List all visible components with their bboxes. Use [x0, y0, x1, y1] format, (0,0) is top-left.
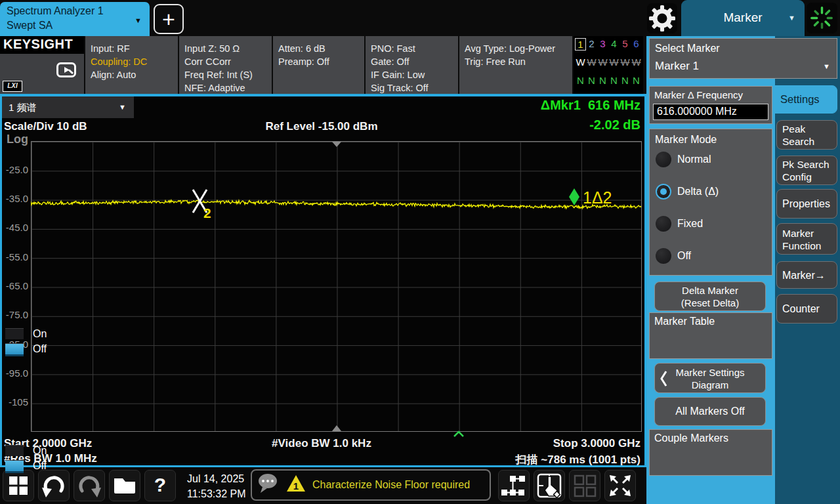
trace-type: W [631, 56, 642, 68]
redo-button[interactable] [74, 470, 105, 501]
trace-detector: N [586, 75, 597, 86]
tab-pk-search-config[interactable]: Pk Search Config [776, 156, 837, 185]
lxi-logo: LXI [3, 81, 22, 92]
status-column-input[interactable]: Input: RF Coupling: DC Align: Auto [85, 36, 178, 94]
button-line: All Markers Off [675, 406, 745, 417]
touch-mode-button[interactable] [534, 470, 565, 501]
alert-text: Characterize Noise Floor required [312, 479, 470, 491]
tab-peak-search[interactable]: Peak Search [776, 120, 837, 150]
video-bw-readout[interactable]: #Video BW 1.0 kHz [217, 437, 427, 450]
delta-marker-reset-button[interactable]: Delta Marker (Reset Delta) [654, 282, 766, 311]
trace-detector: N [631, 75, 642, 86]
status-column-impedance[interactable]: Input Z: 50 Ω Corr CCorr Freq Ref: Int (… [179, 36, 272, 94]
marker-settings-diagram-button[interactable]: Marker Settings Diagram [654, 363, 766, 393]
trace-4-indicator: 4 [608, 38, 620, 51]
trace-detector: N [575, 75, 586, 86]
tab-marker-function[interactable]: Marker Function [776, 223, 837, 255]
status-column-atten[interactable]: Atten: 6 dB Preamp: Off [273, 36, 364, 94]
status-line: Trig: Free Run [465, 55, 572, 68]
couple-markers-on-option[interactable]: On [5, 444, 117, 457]
tab-settings[interactable]: Settings [774, 85, 837, 114]
button-line: (Reset Delta) [655, 297, 765, 309]
clock-display[interactable]: Jul 14, 2025 11:53:32 PM [187, 471, 246, 501]
system-settings-button[interactable] [647, 3, 677, 33]
tab-counter[interactable]: Counter [776, 294, 837, 324]
marker-table-off-option[interactable]: Off [5, 343, 117, 355]
status-line: Input: RF [91, 42, 178, 55]
delta-marker-freq-readout[interactable]: ΔMkr1 616 MHz [427, 98, 640, 113]
alert-message-bar[interactable]: 1 Characterize Noise Floor required [251, 469, 491, 501]
window-layout-button[interactable] [569, 470, 600, 501]
scale-div-readout[interactable]: Scale/Div 10 dB [4, 120, 87, 133]
trace-1-line [31, 200, 641, 209]
radio-icon [656, 152, 671, 167]
tab-label: Marker→ [782, 270, 826, 281]
chevron-down-icon: ▼ [823, 62, 830, 70]
radio-normal[interactable]: Normal [656, 150, 767, 169]
windows-logo-icon [3, 492, 33, 503]
marker-position-caret-icon [454, 432, 463, 436]
radio-fixed[interactable]: Fixed [656, 215, 767, 233]
add-mode-button[interactable]: + [154, 4, 184, 34]
trace-3-indicator: 3 [597, 38, 608, 51]
trace-type: W [597, 56, 608, 68]
window-selector-dropdown[interactable]: 1 频谱 ▼ [2, 96, 134, 118]
mode-tab[interactable]: Spectrum Analyzer 1 Swept SA ▼ [0, 2, 150, 36]
alert-count: 1 [293, 480, 299, 492]
trace-type: W [620, 56, 631, 68]
radio-off[interactable]: Off [656, 247, 767, 265]
brand-cell: KEYSIGHT LXI [0, 36, 84, 94]
speech-bubble-icon [256, 472, 280, 498]
y-axis-tick: -75.0 [0, 309, 28, 320]
windows-start-button[interactable] [3, 470, 34, 501]
radio-label: Delta (Δ) [677, 186, 719, 198]
tab-marker-to[interactable]: Marker→ [776, 261, 837, 289]
tab-label: Marker [782, 227, 837, 240]
trace-type: W [586, 56, 597, 68]
ref-level-readout[interactable]: Ref Level -15.00 dBm [217, 120, 427, 133]
tab-label: Peak [782, 123, 837, 135]
marker-delta-frequency-field[interactable]: 616.000000 MHz [653, 104, 768, 120]
busy-indicator-button[interactable] [807, 3, 837, 33]
file-explorer-button[interactable] [109, 470, 140, 501]
mode-tab-title: Spectrum Analyzer 1 [7, 5, 104, 17]
select-marker-dropdown[interactable]: Select Marker Marker 1 ▼ [649, 38, 837, 79]
undo-icon [39, 492, 69, 503]
chevron-left-icon [660, 370, 667, 387]
tab-label: Function [782, 240, 837, 252]
status-column-avg[interactable]: Avg Type: Log-Power Trig: Free Run [459, 36, 572, 94]
marker-table-on-option[interactable]: On [5, 327, 117, 340]
trace-status-block[interactable]: 1 2 3 4 5 6 W W W W W W N N N N N N [574, 36, 643, 94]
chevron-down-icon: ▼ [788, 14, 795, 22]
status-column-pno[interactable]: PNO: Fast Gate: Off IF Gain: Low Sig Tra… [366, 36, 458, 94]
chevron-down-icon: ▼ [119, 103, 126, 111]
fullscreen-button[interactable] [604, 470, 636, 501]
undo-button[interactable] [38, 470, 70, 501]
grid-2x2-icon [570, 492, 600, 503]
tab-properties[interactable]: Properties [776, 189, 837, 219]
status-line: NFE: Adaptive [184, 81, 272, 94]
help-button[interactable]: ? [144, 470, 176, 501]
mode-tab-subtitle: Swept SA [7, 20, 52, 32]
delta-marker-ampl-readout[interactable]: -2.02 dB [427, 117, 640, 133]
question-mark-icon: ? [154, 474, 166, 495]
y-axis-tick: -65.0 [0, 280, 28, 291]
radio-delta[interactable]: Delta (Δ) [656, 182, 767, 201]
block-diagram-button[interactable] [498, 470, 530, 501]
toggle-label: On [33, 445, 47, 457]
status-line: Corr CCorr [184, 55, 272, 68]
tab-label: Counter [782, 303, 820, 314]
menu-tab-label: Marker [681, 10, 805, 25]
sweep-time-readout[interactable]: 扫描 ~786 ms (1001 pts) [368, 452, 640, 467]
stop-freq-readout[interactable]: Stop 3.0000 GHz [427, 437, 640, 450]
toggle-off-indicator-icon [5, 445, 24, 456]
couple-markers-off-option[interactable]: Off [5, 459, 117, 472]
spinner-icon [807, 24, 837, 35]
folder-icon [110, 492, 140, 503]
menu-tab-marker[interactable]: Marker ▼ [681, 0, 805, 36]
toggle-label: Off [33, 343, 47, 355]
trace-detector: N [597, 75, 608, 86]
all-markers-off-button[interactable]: All Markers Off [654, 397, 766, 426]
status-line: Input Z: 50 Ω [184, 42, 272, 55]
remote-display-icon [56, 62, 76, 83]
